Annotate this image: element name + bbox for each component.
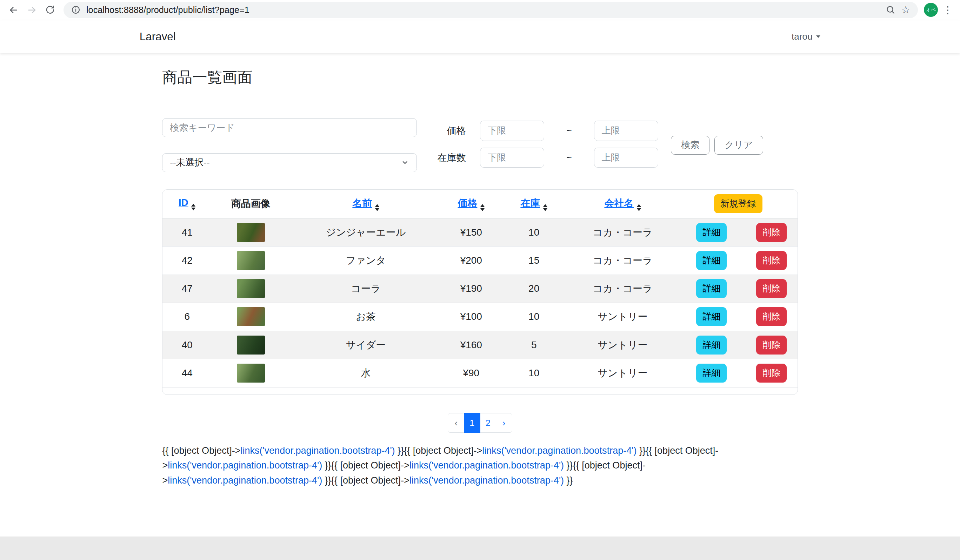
product-table-card: ID 商品画像 名前 価格 在庫 会社名 新規登録 41: [162, 189, 798, 395]
stock-min-input[interactable]: [480, 148, 544, 168]
cell-name: 水: [290, 359, 442, 387]
search-icon[interactable]: [885, 5, 896, 15]
cell-company: コカ・コーラ: [567, 219, 678, 247]
pagination-page-1[interactable]: 1: [464, 413, 480, 433]
cell-company: サントリー: [567, 303, 678, 331]
chevron-down-icon: [401, 158, 409, 167]
cell-stock: 10: [501, 219, 567, 247]
delete-button[interactable]: 削除: [756, 307, 787, 326]
sort-icon: [375, 204, 379, 211]
company-select[interactable]: --未選択--: [162, 153, 417, 172]
delete-button[interactable]: 削除: [756, 251, 787, 270]
product-image: [237, 364, 265, 383]
pagination-debug-text: {{ [object Object]->links('vendor.pagina…: [162, 443, 727, 488]
image-column-header: 商品画像: [211, 190, 290, 219]
delete-button[interactable]: 削除: [756, 364, 787, 383]
detail-button[interactable]: 詳細: [696, 279, 727, 298]
cell-company: コカ・コーラ: [567, 274, 678, 303]
price-label: 価格: [429, 124, 466, 137]
screen: localhost:8888/product/public/list?page=…: [0, 0, 960, 560]
cell-stock: 5: [501, 331, 567, 359]
cell-name: コーラ: [290, 274, 442, 303]
pagination-prev[interactable]: ‹: [448, 413, 464, 433]
sort-id-link[interactable]: ID: [179, 197, 189, 208]
stock-range-row: 在庫数 ~: [429, 148, 658, 168]
cell-company: サントリー: [567, 331, 678, 359]
detail-button[interactable]: 詳細: [696, 335, 727, 354]
cell-id: 44: [162, 359, 211, 387]
url-bar[interactable]: localhost:8888/product/public/list?page=…: [64, 2, 918, 18]
table-row: 44 水 ¥90 10 サントリー 詳細 削除: [162, 359, 798, 387]
keyword-input[interactable]: [162, 118, 417, 137]
browser-menu-icon[interactable]: ⋮: [942, 4, 954, 16]
table-row: 40 サイダー ¥160 5 サントリー 詳細 削除: [162, 331, 798, 359]
filter-bar: --未選択-- 価格 ~ 在庫数 ~: [162, 118, 798, 172]
bottom-strip: [0, 536, 960, 560]
chevron-down-icon: [816, 35, 820, 38]
sort-price-link[interactable]: 価格: [458, 198, 478, 209]
cell-stock: 10: [501, 359, 567, 387]
brand-link[interactable]: Laravel: [140, 30, 176, 43]
cell-price: ¥150: [442, 219, 501, 247]
cell-id: 6: [162, 303, 211, 331]
price-range-row: 価格 ~: [429, 121, 658, 141]
new-product-button[interactable]: 新規登録: [714, 194, 762, 213]
table-row: 41 ジンジャーエール ¥150 10 コカ・コーラ 詳細 削除: [162, 219, 798, 247]
search-button[interactable]: 検索: [671, 136, 709, 155]
detail-button[interactable]: 詳細: [696, 223, 727, 242]
sort-icon: [480, 204, 485, 211]
sort-name-link[interactable]: 名前: [352, 198, 372, 209]
tilde-separator: ~: [544, 152, 594, 163]
table-row: 47 コーラ ¥190 20 コカ・コーラ 詳細 削除: [162, 274, 798, 303]
cell-name: お茶: [290, 303, 442, 331]
tilde-separator: ~: [544, 125, 594, 136]
cell-name: ファンタ: [290, 247, 442, 274]
page-title: 商品一覧画面: [162, 67, 798, 88]
product-image: [237, 279, 265, 298]
browser-back-icon[interactable]: [6, 2, 21, 17]
cell-company: コカ・コーラ: [567, 247, 678, 274]
url-text: localhost:8888/product/public/list?page=…: [86, 5, 880, 15]
profile-avatar[interactable]: オペ: [924, 3, 938, 17]
price-min-input[interactable]: [480, 121, 544, 141]
sort-icon: [543, 204, 547, 211]
product-image: [237, 335, 265, 354]
price-max-input[interactable]: [594, 121, 658, 141]
cell-stock: 20: [501, 274, 567, 303]
product-table: ID 商品画像 名前 価格 在庫 会社名 新規登録 41: [162, 190, 798, 388]
pagination-page-2[interactable]: 2: [480, 413, 496, 433]
delete-button[interactable]: 削除: [756, 279, 787, 298]
sort-icon: [191, 204, 195, 211]
cell-stock: 10: [501, 303, 567, 331]
detail-button[interactable]: 詳細: [696, 307, 727, 326]
detail-button[interactable]: 詳細: [696, 364, 727, 383]
bookmark-star-icon[interactable]: ☆: [901, 5, 910, 15]
cell-price: ¥200: [442, 247, 501, 274]
sort-stock-link[interactable]: 在庫: [520, 198, 540, 209]
sort-icon: [637, 204, 641, 211]
user-menu[interactable]: tarou: [792, 31, 820, 42]
browser-forward-icon[interactable]: [24, 2, 39, 17]
cell-id: 42: [162, 247, 211, 274]
cell-name: ジンジャーエール: [290, 219, 442, 247]
cell-id: 40: [162, 331, 211, 359]
delete-button[interactable]: 削除: [756, 335, 787, 354]
cell-id: 41: [162, 219, 211, 247]
delete-button[interactable]: 削除: [756, 223, 787, 242]
browser-reload-icon[interactable]: [43, 2, 58, 17]
cell-price: ¥160: [442, 331, 501, 359]
cell-price: ¥90: [442, 359, 501, 387]
pagination-next[interactable]: ›: [496, 413, 512, 433]
main-content: 商品一覧画面 --未選択-- 価格 ~: [0, 53, 960, 536]
stock-label: 在庫数: [429, 152, 466, 164]
user-name: tarou: [792, 31, 813, 42]
clear-button[interactable]: クリア: [714, 136, 763, 155]
stock-max-input[interactable]: [594, 148, 658, 168]
cell-name: サイダー: [290, 331, 442, 359]
cell-company: サントリー: [567, 359, 678, 387]
page-info-icon[interactable]: [71, 5, 81, 15]
card-bottom-padding: [162, 387, 797, 394]
table-row: 42 ファンタ ¥200 15 コカ・コーラ 詳細 削除: [162, 247, 798, 274]
sort-company-link[interactable]: 会社名: [604, 198, 634, 209]
detail-button[interactable]: 詳細: [696, 251, 727, 270]
